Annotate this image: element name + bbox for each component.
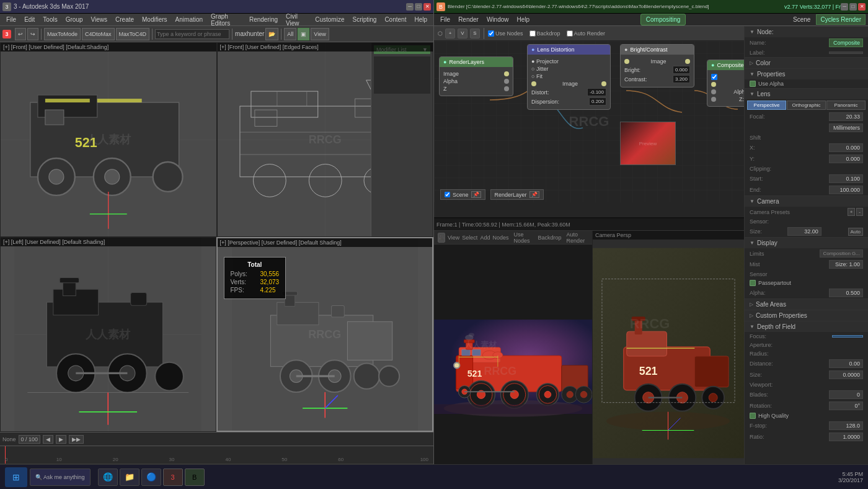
hq-checkbox[interactable] — [750, 413, 756, 419]
lens-distortion-node[interactable]: ● Lens Distortion ● Projector ○ Jitter — [527, 44, 611, 110]
blender-menu-help[interactable]: Help — [513, 15, 534, 24]
ld-dispersion-row: Dispersion: 0.200 — [531, 97, 606, 105]
custom-props-header[interactable]: ▷ Custom Properties — [745, 310, 868, 321]
menu-modifiers[interactable]: Modifiers — [138, 15, 171, 24]
menu-create[interactable]: Create — [112, 15, 138, 24]
view-label[interactable]: View — [311, 28, 329, 40]
render-layer-pin-button[interactable]: 📌 — [529, 191, 539, 198]
ld-image-out-dot — [601, 81, 606, 86]
menu-edit[interactable]: Edit — [20, 15, 38, 24]
blender-menu-file[interactable]: File — [436, 15, 454, 24]
camera-preset-add[interactable]: + — [848, 208, 856, 216]
node-select-button[interactable]: S — [470, 29, 480, 38]
blender-menu-render[interactable]: Render — [454, 15, 482, 24]
menu-scripting[interactable]: Scripting — [348, 15, 380, 24]
minimize-button[interactable]: ─ — [406, 3, 414, 11]
orthographic-tab[interactable]: Orthographic — [787, 101, 826, 110]
blender-menu-window[interactable]: Window — [483, 15, 513, 24]
auto-render-checkbox[interactable] — [567, 30, 573, 37]
display-section-header[interactable]: ▼ Display — [745, 237, 868, 248]
main-render-viewport[interactable]: 🎥 View Select Add Nodes Use Nodes Backdr… — [434, 231, 592, 475]
blender-maximize-button[interactable]: □ — [849, 3, 857, 11]
menu-content[interactable]: Content — [381, 15, 410, 24]
select-button[interactable]: ▣ — [298, 28, 309, 40]
composition-label: Composition G... — [820, 249, 863, 258]
taskbar-blender-app[interactable]: B — [185, 469, 205, 486]
panoramic-tab[interactable]: Panoramic — [826, 101, 866, 110]
blender-minimize-button[interactable]: ─ — [841, 3, 848, 11]
menu-group[interactable]: Group — [62, 15, 87, 24]
taskbar-explorer[interactable]: 📁 — [120, 469, 140, 486]
start-button[interactable]: ⊞ — [5, 467, 27, 487]
3dsmax-toolbar: 3 ↩ ↪ MaxToMode C4DtoMax MaxToC4D maxhun… — [0, 26, 433, 42]
blender-close-button[interactable]: ✕ — [858, 3, 866, 11]
taskbar-ie[interactable]: 🌐 — [98, 469, 118, 486]
menu-file[interactable]: File — [2, 15, 20, 24]
scene-checkbox[interactable] — [445, 192, 450, 197]
use-nodes-checkbox[interactable] — [488, 30, 494, 37]
render-layer-selector[interactable]: RenderLayer 📌 — [490, 189, 544, 200]
menu-animation[interactable]: Animation — [172, 15, 206, 24]
color-section-header[interactable]: ▷ Color — [745, 57, 868, 68]
camera-persp-viewport[interactable]: Camera Persp — [592, 231, 744, 475]
menu-graph-editors[interactable]: Graph Editors — [207, 12, 245, 28]
perspective-tab[interactable]: Perspective — [747, 101, 786, 110]
unit-auto[interactable]: Auto — [848, 228, 863, 236]
menu-views[interactable]: Views — [87, 15, 112, 24]
viewport-wire[interactable]: [+] [Front] [User Defined] [Edged Faces] — [217, 42, 434, 237]
play-button[interactable]: ▶ — [56, 435, 66, 444]
svg-rect-109 — [694, 356, 728, 387]
use-alpha-checkbox[interactable] — [750, 81, 756, 87]
taskbar-edge[interactable]: 🔵 — [141, 469, 161, 486]
backdrop-toggle[interactable]: Backdrop — [529, 30, 560, 37]
maximize-button[interactable]: □ — [415, 3, 422, 11]
menu-tools[interactable]: Tools — [39, 15, 61, 24]
close-button[interactable]: ✕ — [423, 3, 431, 11]
svg-text:521: 521 — [75, 135, 97, 150]
compositing-tab[interactable]: Compositing — [640, 14, 686, 25]
node-add-button[interactable]: + — [445, 29, 455, 38]
passepartout-checkbox[interactable] — [750, 280, 756, 286]
focus-value[interactable] — [832, 335, 863, 338]
bright-contrast-node[interactable]: ● Bright/Contrast Image Brigh — [620, 44, 694, 87]
redo-button[interactable]: ↪ — [27, 28, 38, 40]
render-layers-node[interactable]: ● RenderLayers Image Alpha — [439, 56, 513, 96]
scene-pin-button[interactable]: 📌 — [471, 191, 481, 198]
render-vp-icon[interactable]: 🎥 — [438, 233, 445, 243]
comp-use-alpha-checkbox[interactable] — [711, 74, 717, 80]
search-taskbar-button[interactable]: 🔍 Ask me anything — [30, 469, 91, 486]
timeline-track[interactable]: 0 10 20 30 40 50 60 100 — [0, 446, 433, 464]
next-frame-button[interactable]: ▶▶ — [69, 435, 84, 444]
viewport-front[interactable]: [+] [Front] [User Defined] [Default:Shad… — [0, 42, 217, 237]
node-view-button[interactable]: V — [458, 29, 467, 38]
backdrop-checkbox[interactable] — [529, 30, 536, 37]
taskbar-3dsmax-app[interactable]: 3 — [163, 469, 183, 486]
menu-help[interactable]: Help — [410, 15, 431, 24]
camera-preset-remove[interactable]: - — [856, 208, 863, 216]
viewport-left[interactable]: [+] [Left] [User Defined] [Default Shadi… — [0, 237, 216, 432]
dof-section-header[interactable]: ▼ Depth of Field — [745, 321, 868, 332]
maxtoc4d-button[interactable]: MaxToC4D — [116, 28, 150, 40]
bright-contrast-body: Image Bright: 0.000 Contrast: 3.200 — [621, 55, 694, 87]
search-input[interactable] — [155, 29, 229, 39]
menu-rendering[interactable]: Rendering — [246, 15, 281, 24]
c4dtomax-button[interactable]: C4DtoMax — [82, 28, 115, 40]
file-open-button[interactable]: 📂 — [265, 28, 278, 40]
undo-button[interactable]: ↩ — [15, 28, 26, 40]
composite-node[interactable]: ● Composite Use Alpha Image — [707, 60, 744, 107]
node-canvas[interactable]: ● RenderLayers Image Alpha — [434, 41, 744, 202]
safe-areas-header[interactable]: ▷ Safe Areas — [745, 298, 868, 310]
prev-frame-button[interactable]: ◀ — [43, 435, 53, 444]
lens-section-header[interactable]: ▼ Lens — [745, 88, 868, 99]
menu-civil-view[interactable]: Civil View — [282, 12, 311, 28]
viewport-mode-button[interactable]: All — [284, 28, 296, 40]
camera-section-header[interactable]: ▼ Camera — [745, 195, 868, 207]
props-section-header[interactable]: ▼ Properties — [745, 68, 868, 79]
use-nodes-toggle[interactable]: Use Nodes — [488, 30, 523, 37]
node-section-header[interactable]: ▼ Node: — [745, 26, 868, 37]
scene-selector[interactable]: Scene 📌 — [440, 189, 485, 200]
auto-render-toggle[interactable]: Auto Render — [567, 30, 606, 37]
menu-customize[interactable]: Customize — [311, 15, 348, 24]
maxtomode-button[interactable]: MaxToMode — [44, 28, 81, 40]
viewport-persp[interactable]: [+] [Perspective] [User Defined] [Defaul… — [216, 237, 434, 432]
